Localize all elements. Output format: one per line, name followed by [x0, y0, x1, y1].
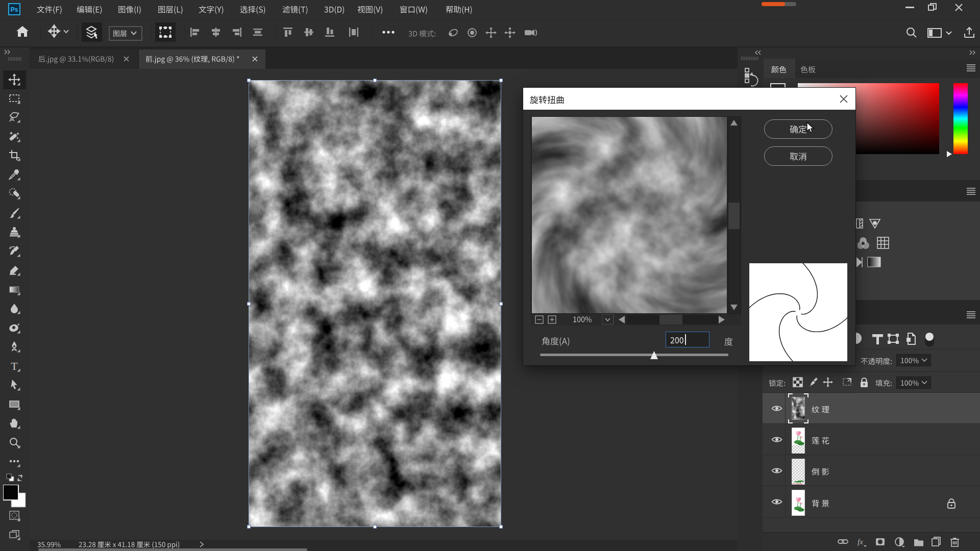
svg-text:fx: fx: [857, 538, 863, 546]
svg-text:T: T: [11, 360, 18, 372]
